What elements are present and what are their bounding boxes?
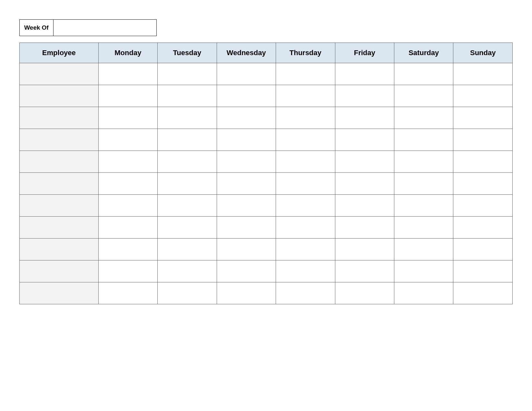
day-cell-monday[interactable] [98,151,157,173]
day-cell-monday[interactable] [98,107,157,129]
employee-cell[interactable] [20,85,99,107]
day-cell-wednesday[interactable] [217,195,276,217]
day-cell-monday[interactable] [98,282,157,304]
day-cell-thursday[interactable] [276,63,335,85]
day-cell-sunday[interactable] [453,129,513,151]
day-cell-friday[interactable] [335,151,394,173]
employee-cell[interactable] [20,282,99,304]
employee-cell[interactable] [20,107,99,129]
column-header-tuesday: Tuesday [158,43,217,63]
employee-cell[interactable] [20,151,99,173]
day-cell-tuesday[interactable] [158,239,217,260]
table-row [20,195,513,217]
day-cell-saturday[interactable] [394,173,453,195]
week-of-label: Week Of [19,19,54,36]
day-cell-sunday[interactable] [453,217,513,239]
day-cell-saturday[interactable] [394,239,453,260]
day-cell-wednesday[interactable] [217,85,276,107]
day-cell-wednesday[interactable] [217,217,276,239]
day-cell-saturday[interactable] [394,260,453,282]
day-cell-wednesday[interactable] [217,260,276,282]
day-cell-sunday[interactable] [453,151,513,173]
day-cell-thursday[interactable] [276,85,335,107]
day-cell-saturday[interactable] [394,107,453,129]
employee-cell[interactable] [20,217,99,239]
day-cell-monday[interactable] [98,260,157,282]
day-cell-wednesday[interactable] [217,63,276,85]
column-header-employee: Employee [20,43,99,63]
day-cell-monday[interactable] [98,63,157,85]
day-cell-tuesday[interactable] [158,260,217,282]
day-cell-sunday[interactable] [453,85,513,107]
schedule-table: Employee Monday Tuesday Wednesday Thursd… [19,43,513,304]
day-cell-wednesday[interactable] [217,107,276,129]
day-cell-tuesday[interactable] [158,217,217,239]
day-cell-monday[interactable] [98,239,157,260]
day-cell-saturday[interactable] [394,63,453,85]
day-cell-saturday[interactable] [394,129,453,151]
day-cell-monday[interactable] [98,217,157,239]
day-cell-friday[interactable] [335,85,394,107]
table-header-row: Employee Monday Tuesday Wednesday Thursd… [20,43,513,63]
day-cell-thursday[interactable] [276,151,335,173]
day-cell-friday[interactable] [335,282,394,304]
day-cell-saturday[interactable] [394,282,453,304]
table-row [20,107,513,129]
table-row [20,63,513,85]
day-cell-thursday[interactable] [276,107,335,129]
day-cell-saturday[interactable] [394,195,453,217]
employee-cell[interactable] [20,63,99,85]
day-cell-thursday[interactable] [276,217,335,239]
day-cell-friday[interactable] [335,173,394,195]
day-cell-friday[interactable] [335,107,394,129]
day-cell-thursday[interactable] [276,173,335,195]
day-cell-wednesday[interactable] [217,173,276,195]
day-cell-friday[interactable] [335,129,394,151]
employee-cell[interactable] [20,195,99,217]
day-cell-tuesday[interactable] [158,151,217,173]
day-cell-tuesday[interactable] [158,282,217,304]
day-cell-thursday[interactable] [276,239,335,260]
day-cell-tuesday[interactable] [158,173,217,195]
day-cell-wednesday[interactable] [217,239,276,260]
table-row [20,85,513,107]
employee-cell[interactable] [20,260,99,282]
day-cell-tuesday[interactable] [158,63,217,85]
day-cell-monday[interactable] [98,173,157,195]
day-cell-tuesday[interactable] [158,107,217,129]
day-cell-friday[interactable] [335,239,394,260]
employee-cell[interactable] [20,173,99,195]
employee-cell[interactable] [20,129,99,151]
day-cell-friday[interactable] [335,63,394,85]
table-row [20,239,513,260]
day-cell-sunday[interactable] [453,173,513,195]
day-cell-wednesday[interactable] [217,151,276,173]
week-of-input[interactable] [54,19,157,36]
day-cell-thursday[interactable] [276,129,335,151]
day-cell-tuesday[interactable] [158,195,217,217]
day-cell-monday[interactable] [98,195,157,217]
day-cell-thursday[interactable] [276,195,335,217]
day-cell-friday[interactable] [335,260,394,282]
day-cell-monday[interactable] [98,85,157,107]
table-row [20,151,513,173]
day-cell-saturday[interactable] [394,217,453,239]
day-cell-tuesday[interactable] [158,85,217,107]
day-cell-friday[interactable] [335,195,394,217]
day-cell-sunday[interactable] [453,195,513,217]
day-cell-sunday[interactable] [453,63,513,85]
day-cell-friday[interactable] [335,217,394,239]
day-cell-monday[interactable] [98,129,157,151]
employee-cell[interactable] [20,239,99,260]
day-cell-sunday[interactable] [453,239,513,260]
day-cell-wednesday[interactable] [217,282,276,304]
day-cell-sunday[interactable] [453,282,513,304]
day-cell-sunday[interactable] [453,260,513,282]
day-cell-saturday[interactable] [394,151,453,173]
day-cell-tuesday[interactable] [158,129,217,151]
day-cell-sunday[interactable] [453,107,513,129]
day-cell-wednesday[interactable] [217,129,276,151]
day-cell-saturday[interactable] [394,85,453,107]
day-cell-thursday[interactable] [276,282,335,304]
day-cell-thursday[interactable] [276,260,335,282]
